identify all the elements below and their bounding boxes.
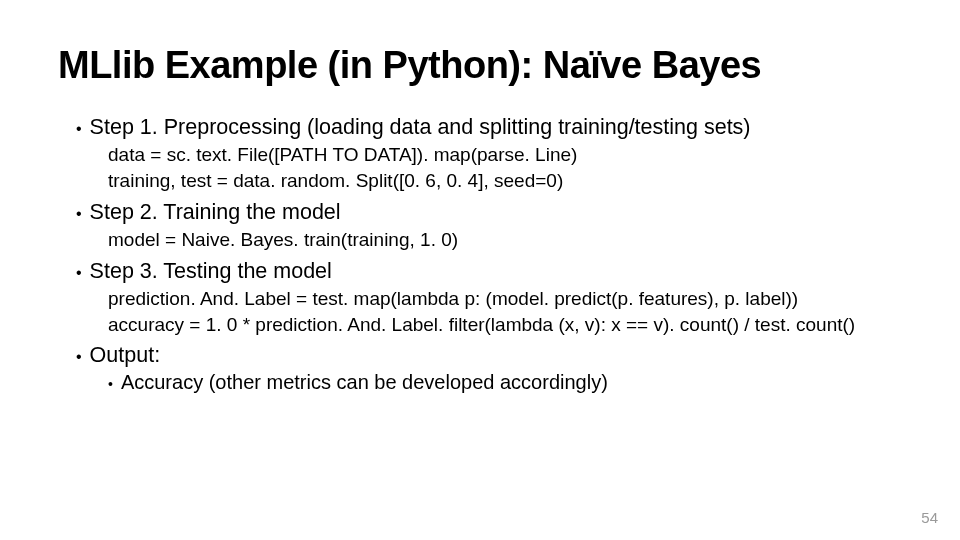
page-number: 54	[921, 509, 938, 526]
step-3-code: prediction. And. Label = test. map(lambd…	[76, 286, 902, 337]
bullet-list: • Step 1. Preprocessing (loading data an…	[58, 115, 902, 394]
step-3-label: Step 3. Testing the model	[90, 259, 332, 284]
slide: MLlib Example (in Python): Naïve Bayes •…	[0, 0, 960, 540]
output-sublist: • Accuracy (other metrics can be develop…	[76, 371, 902, 395]
step-2-label: Step 2. Training the model	[90, 200, 341, 225]
slide-title: MLlib Example (in Python): Naïve Bayes	[58, 44, 902, 87]
step-1-code: data = sc. text. File([PATH TO DATA]). m…	[76, 142, 902, 193]
bullet-icon: •	[76, 346, 82, 368]
output-label: Output:	[90, 343, 161, 368]
bullet-icon: •	[76, 118, 82, 140]
step-1-label: Step 1. Preprocessing (loading data and …	[90, 115, 751, 140]
bullet-icon: •	[76, 262, 82, 284]
output: • Output: • Accuracy (other metrics can …	[76, 343, 902, 394]
step-1: • Step 1. Preprocessing (loading data an…	[76, 115, 902, 194]
output-sub-label: Accuracy (other metrics can be developed…	[121, 371, 608, 394]
code-line: accuracy = 1. 0 * prediction. And. Label…	[108, 312, 902, 338]
code-line: training, test = data. random. Split([0.…	[108, 168, 902, 194]
code-line: model = Naive. Bayes. train(training, 1.…	[108, 227, 902, 253]
code-line: prediction. And. Label = test. map(lambd…	[108, 286, 902, 312]
code-line: data = sc. text. File([PATH TO DATA]). m…	[108, 142, 902, 168]
bullet-icon: •	[76, 203, 82, 225]
step-2-code: model = Naive. Bayes. train(training, 1.…	[76, 227, 902, 253]
step-3: • Step 3. Testing the model prediction. …	[76, 259, 902, 338]
step-2: • Step 2. Training the model model = Nai…	[76, 200, 902, 253]
bullet-icon: •	[108, 375, 113, 395]
